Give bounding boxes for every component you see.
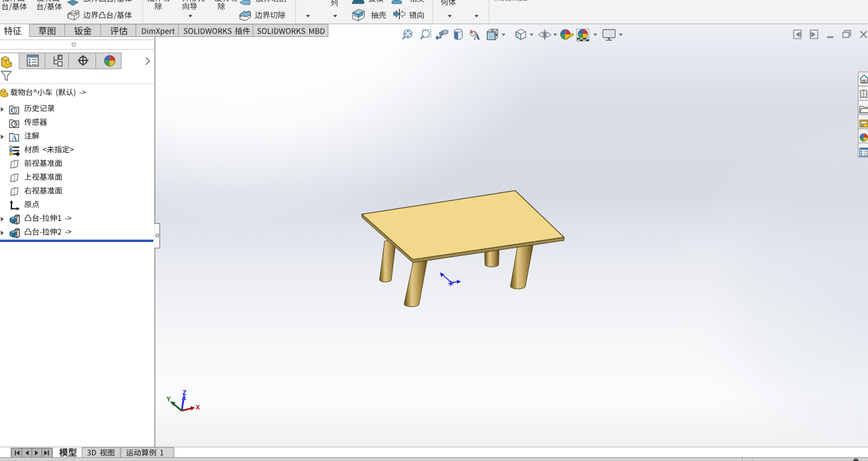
svg-text:Z: Z — [183, 389, 187, 397]
svg-text:X: X — [196, 404, 200, 411]
svg-text:A: A — [11, 134, 17, 143]
svg-text:Y: Y — [167, 395, 171, 403]
svg-text:A: A — [474, 32, 480, 41]
